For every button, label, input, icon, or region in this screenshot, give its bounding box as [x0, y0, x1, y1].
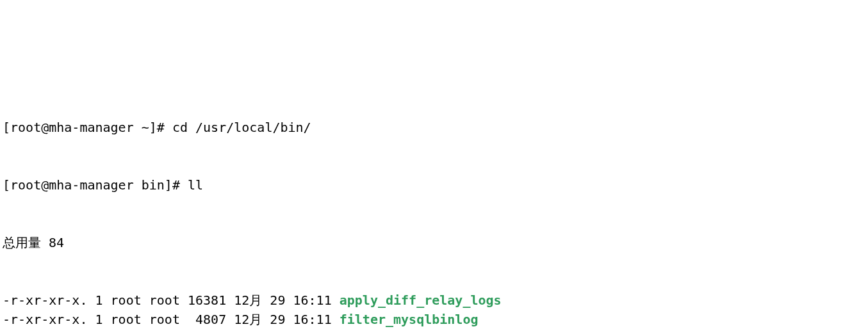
prompt: [root@mha-manager ~]# — [3, 120, 172, 135]
file-meta: -r-xr-xr-x. 1 root root 4807 12月 29 16:1… — [3, 312, 340, 327]
terminal-output: [root@mha-manager ~]# cd /usr/local/bin/… — [3, 79, 865, 329]
command-line-2: [root@mha-manager bin]# ll — [3, 175, 865, 195]
command-text: cd /usr/local/bin/ — [172, 120, 311, 135]
file-meta: -r-xr-xr-x. 1 root root 16381 12月 29 16:… — [3, 293, 340, 308]
command-text: ll — [188, 177, 203, 193]
file-row: -r-xr-xr-x. 1 root root 4807 12月 29 16:1… — [3, 310, 865, 329]
total-line: 总用量 84 — [3, 233, 865, 252]
file-listing: -r-xr-xr-x. 1 root root 16381 12月 29 16:… — [3, 291, 865, 329]
file-name: filter_mysqlbinlog — [340, 312, 479, 327]
file-row: -r-xr-xr-x. 1 root root 16381 12月 29 16:… — [3, 291, 865, 310]
command-line-1: [root@mha-manager ~]# cd /usr/local/bin/ — [3, 118, 865, 137]
prompt: [root@mha-manager bin]# — [3, 177, 188, 193]
file-name: apply_diff_relay_logs — [340, 293, 502, 308]
